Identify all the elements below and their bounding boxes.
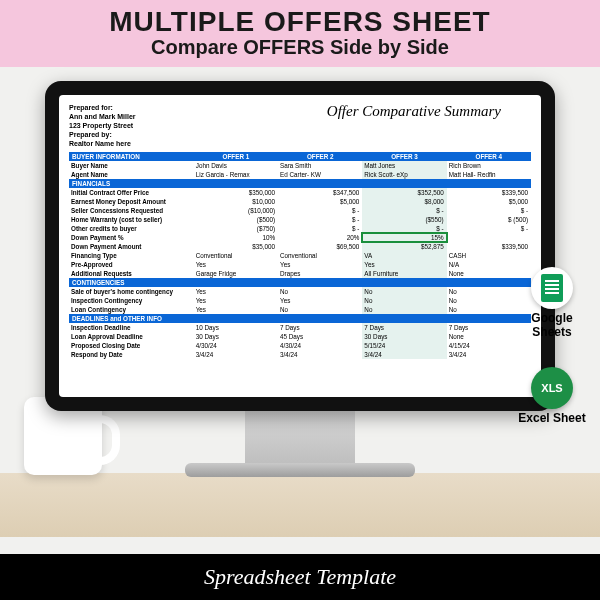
table-row: Respond by Date3/4/243/4/243/4/243/4/24 [69,350,531,359]
sheet-title: Offer Comparative Summary [327,103,501,120]
monitor-frame: Offer Comparative Summary Prepared for: … [45,81,555,411]
desk-surface [0,473,600,537]
bottom-banner: Spreadsheet Template [0,554,600,600]
table-row: Proposed Closing Date4/30/244/30/245/15/… [69,341,531,350]
title-line2: Compare OFFERS Side by Side [0,36,600,59]
table-row: Additional RequestsGarage FridgeDrapesAl… [69,269,531,278]
table-row: Down Payment %10%20%15% [69,233,531,242]
table-row: Agent NameLiz Garcia - RemaxEd Carter- K… [69,170,531,179]
table-row: Seller Concessions Requested($10,000)$ -… [69,206,531,215]
excel-badge: XLS Excel Sheet [514,367,590,426]
table-row: Home Warranty (cost to seller)($500)$ -(… [69,215,531,224]
section-buyer: BUYER INFORMATIONOFFER 1OFFER 2OFFER 3OF… [69,152,531,161]
table-row: Inspection ContingencyYesYesNoNo [69,296,531,305]
offers-table: BUYER INFORMATIONOFFER 1OFFER 2OFFER 3OF… [69,152,531,359]
spreadsheet-screen: Offer Comparative Summary Prepared for: … [59,95,541,397]
title-banner: MULTIPLE OFFERS SHEET Compare OFFERS Sid… [0,0,600,67]
table-row: Initial Contract Offer Price$350,000$347… [69,188,531,197]
table-row: Buyer NameJohn DavisSara SmithMatt Jones… [69,161,531,170]
excel-xls-icon: XLS [531,367,573,409]
stage: Offer Comparative Summary Prepared for: … [0,67,600,537]
table-row: Earnest Money Deposit Amount$10,000$5,00… [69,197,531,206]
table-row: Down Payment Amount$35,000$69,500$52,875… [69,242,531,251]
table-row: Inspection Deadline10 Days7 Days7 Days7 … [69,323,531,332]
table-row: Pre-ApprovedYesYesYesN/A [69,260,531,269]
table-row: Loan ContingencyYesNoNoNo [69,305,531,314]
title-line1: MULTIPLE OFFERS SHEET [0,6,600,38]
table-row: Loan Approval Deadline30 Days45 Days30 D… [69,332,531,341]
table-row: Financing TypeConventionalConventionalVA… [69,251,531,260]
google-sheets-badge: Google Sheets [514,267,590,340]
section-deadlines: DEADLINES and OTHER INFO [69,314,531,323]
section-financials: FINANCIALS [69,179,531,188]
monitor-stand-base [185,463,415,477]
section-contingencies: CONTINGENCIES [69,278,531,287]
monitor-stand-neck [245,411,355,469]
google-sheets-icon [531,267,573,309]
table-row: Other credits to buyer($750)$ -$ -$ - [69,224,531,233]
table-row: Sale of buyer's home contingencyYesNoNoN… [69,287,531,296]
